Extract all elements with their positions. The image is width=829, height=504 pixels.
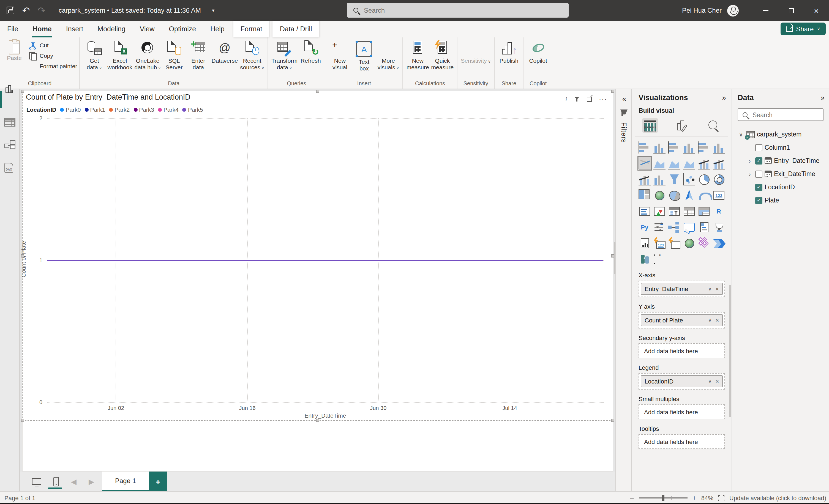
field-row-locationid[interactable]: ✓LocationID (737, 181, 824, 194)
field-row-entry_datetime[interactable]: ›✓Entry_DateTime (737, 154, 824, 167)
format-painter-button[interactable]: Format painter (29, 62, 77, 70)
new-measure-button[interactable]: Newmeasure (405, 39, 430, 70)
save-icon[interactable] (7, 7, 14, 14)
treemap-icon[interactable] (639, 189, 650, 199)
transform-data-button[interactable]: Transformdata∨ (270, 39, 299, 72)
slicer-new-icon[interactable] (668, 237, 680, 249)
new-page-button[interactable]: + (149, 471, 167, 491)
mobile-layout-icon[interactable] (53, 477, 59, 486)
filters-pane-collapsed[interactable]: « Filters (615, 89, 632, 491)
key-influencers-icon[interactable] (653, 221, 665, 233)
tab-home[interactable]: Home (25, 21, 59, 37)
paginated-report-icon[interactable] (639, 237, 651, 249)
dataverse-button[interactable]: @Dataverse (210, 39, 239, 64)
stacked-area-chart-icon[interactable] (668, 157, 680, 169)
user-name[interactable]: Pei Hua Cher (682, 7, 722, 14)
text-box-button[interactable]: ATextbox (352, 39, 376, 72)
table-row-carpark-system[interactable]: ∨ ✓ carpark_system (737, 128, 824, 141)
previous-page-icon[interactable]: ◀ (71, 477, 76, 486)
excel-workbook-button[interactable]: XExcelworkbook (107, 39, 134, 70)
card-icon[interactable]: 123 (713, 189, 725, 201)
remove-field-icon[interactable]: × (715, 285, 719, 292)
r-script-visual-icon[interactable]: R (713, 205, 725, 217)
minimize-button[interactable] (753, 0, 778, 21)
undo-icon[interactable]: ↶ (22, 6, 30, 15)
line-and-clustered-column-chart-icon[interactable] (713, 157, 725, 169)
tab-view[interactable]: View (133, 21, 162, 37)
tab-data-drill[interactable]: Data / Drill (273, 21, 319, 37)
sql-server-button[interactable]: SQLServer (162, 39, 186, 70)
multi-row-card-icon[interactable] (639, 205, 651, 217)
tab-build-visual[interactable] (642, 118, 658, 132)
table-icon[interactable] (683, 205, 695, 217)
publish-button[interactable]: ↑Publish (497, 39, 521, 64)
more-visuals-button[interactable]: Morevisuals∨ (376, 39, 400, 72)
canvas-scrollbar[interactable] (614, 242, 615, 274)
report-page[interactable]: Count of Plate by Entry_DateTime and Loc… (22, 91, 613, 471)
share-button[interactable]: Share ∨ (781, 23, 826, 35)
clustered-bar-chart-icon[interactable] (698, 142, 710, 154)
resize-handle[interactable] (21, 90, 24, 93)
collapse-data-icon[interactable]: » (821, 93, 824, 102)
tab-modeling[interactable]: Modeling (90, 21, 132, 37)
resize-handle[interactable] (611, 254, 614, 258)
filled-map-icon[interactable] (668, 189, 680, 201)
get-more-visuals-icon[interactable]: · · · (653, 253, 665, 265)
custom-visual-icon[interactable] (639, 253, 651, 265)
recent-sources-button[interactable]: Recentsources∨ (239, 39, 265, 72)
stacked-bar-chart-icon[interactable] (639, 142, 651, 154)
metrics-icon[interactable] (713, 221, 725, 233)
tab-format[interactable]: Format (233, 21, 269, 37)
tab-insert[interactable]: Insert (59, 21, 91, 37)
ribbon-chart-icon[interactable] (639, 173, 651, 185)
chevron-right-icon[interactable]: › (747, 171, 753, 177)
field-row-exit_datetime[interactable]: ›Exit_DateTime (737, 167, 824, 181)
checkbox-entry_datetime[interactable]: ✓ (755, 157, 762, 164)
legend-item-park0[interactable]: Park0 (60, 106, 81, 113)
zoom-slider[interactable] (639, 498, 688, 499)
field-row-column1[interactable]: Column1 (737, 141, 824, 154)
funnel-chart-icon[interactable] (668, 173, 680, 185)
update-available-link[interactable]: Update available (click to download) (729, 495, 826, 501)
redo-icon[interactable]: ↷ (38, 6, 46, 15)
expand-filters-icon[interactable]: « (622, 94, 625, 103)
quick-measure-button[interactable]: Quickmeasure (430, 39, 455, 70)
clustered-column-chart-icon[interactable] (713, 142, 725, 154)
refresh-button[interactable]: ↻Refresh (299, 39, 323, 64)
resize-handle[interactable] (611, 90, 614, 93)
map-icon[interactable] (653, 189, 665, 201)
get-data-button[interactable]: Getdata∨ (82, 39, 107, 72)
well-dropzone-tooltips[interactable]: Add data fields here (639, 434, 725, 449)
legend-item-park4[interactable]: Park4 (158, 106, 179, 113)
well-dropzone-secondary-y-axis[interactable]: Add data fields here (639, 343, 725, 358)
100-stacked-column-chart-icon[interactable] (683, 142, 695, 154)
resize-handle[interactable] (316, 419, 319, 422)
filter-icon[interactable] (574, 96, 580, 102)
area-chart-icon[interactable] (653, 157, 665, 169)
cut-button[interactable]: Cut (29, 41, 77, 49)
report-canvas[interactable]: Count of Plate by Entry_DateTime and Loc… (20, 89, 615, 491)
smart-narrative-icon[interactable] (698, 221, 710, 233)
checkbox-exit_datetime[interactable] (755, 170, 762, 178)
sensitivity-button[interactable]: Sensitivity∨ (460, 39, 492, 65)
scatter-chart-icon[interactable] (683, 173, 695, 185)
resize-handle[interactable] (316, 90, 319, 93)
line-and-stacked-column-chart-icon[interactable] (698, 157, 710, 169)
arcgis-map-icon[interactable] (683, 237, 695, 249)
tab-optimize[interactable]: Optimize (162, 21, 204, 37)
model-view-button[interactable] (4, 140, 15, 151)
q-and-a-icon[interactable] (683, 221, 695, 233)
power-automate-icon[interactable] (713, 237, 725, 249)
title-dropdown-icon[interactable]: ▾ (212, 8, 214, 13)
tab-file[interactable]: File (0, 21, 25, 37)
chevron-right-icon[interactable]: › (747, 158, 753, 164)
dax-query-view-button[interactable]: DAX (4, 163, 13, 173)
onelake-data-hub-button[interactable]: OneLakedata hub∨ (133, 39, 162, 72)
slicer-icon[interactable] (668, 205, 680, 217)
zoom-percent[interactable]: 84% (701, 495, 713, 501)
tab-format-visual[interactable] (674, 118, 690, 132)
copilot-button[interactable]: Copilot (526, 39, 550, 64)
global-search[interactable] (347, 3, 569, 17)
focus-mode-icon[interactable] (587, 96, 592, 102)
well-dropzone[interactable]: Entry_DateTime∨× (639, 281, 725, 297)
